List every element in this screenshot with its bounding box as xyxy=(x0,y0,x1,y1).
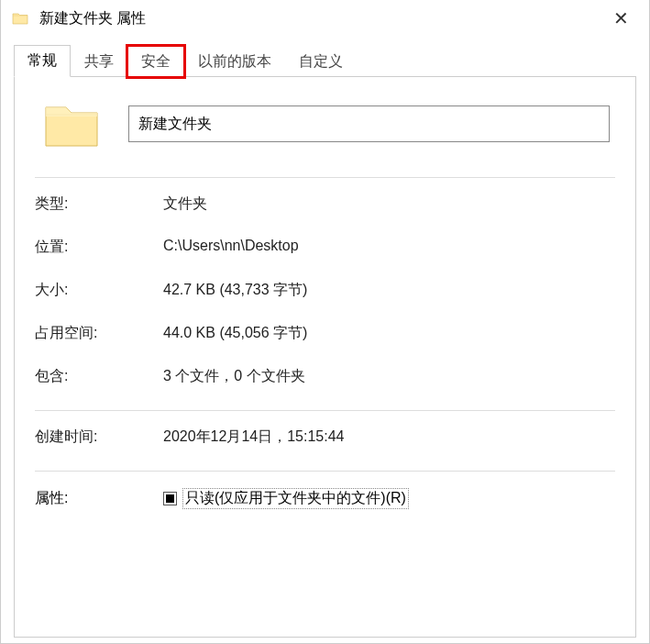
tabpanel-general: 类型: 文件夹 位置: C:\Users\nn\Desktop 大小: 42.7… xyxy=(14,76,636,638)
value-size-on-disk: 44.0 KB (45,056 字节) xyxy=(163,324,615,343)
label-created: 创建时间: xyxy=(35,427,163,447)
folder-name-input[interactable] xyxy=(128,105,610,142)
readonly-label: 只读(仅应用于文件夹中的文件)(R) xyxy=(182,488,409,509)
divider xyxy=(35,471,615,472)
value-size: 42.7 KB (43,733 字节) xyxy=(163,281,615,300)
tabstrip: 常规 共享 安全 以前的版本 自定义 xyxy=(14,44,636,77)
divider xyxy=(35,410,615,411)
row-created: 创建时间: 2020年12月14日，15:15:44 xyxy=(35,427,615,447)
tab-security[interactable]: 安全 xyxy=(127,46,184,77)
row-contains: 包含: 3 个文件，0 个文件夹 xyxy=(35,367,615,386)
tab-general[interactable]: 常规 xyxy=(14,45,71,77)
folder-icon-large xyxy=(42,96,101,151)
row-attributes: 属性: 只读(仅应用于文件夹中的文件)(R) xyxy=(35,488,615,509)
value-type: 文件夹 xyxy=(163,194,615,214)
close-icon: ✕ xyxy=(613,8,629,28)
label-type: 类型: xyxy=(35,194,163,214)
titlebar: 新建文件夹 属性 ✕ xyxy=(1,0,649,37)
checkbox-indeterminate-icon xyxy=(163,492,177,505)
row-location: 位置: C:\Users\nn\Desktop xyxy=(35,238,615,257)
tab-custom[interactable]: 自定义 xyxy=(285,46,357,77)
tab-share[interactable]: 共享 xyxy=(71,46,127,77)
folder-icon xyxy=(12,12,28,25)
window-title: 新建文件夹 属性 xyxy=(39,9,600,28)
readonly-checkbox-wrap[interactable]: 只读(仅应用于文件夹中的文件)(R) xyxy=(163,488,409,509)
close-button[interactable]: ✕ xyxy=(600,4,642,33)
label-size-on-disk: 占用空间: xyxy=(35,324,163,343)
value-created: 2020年12月14日，15:15:44 xyxy=(163,427,615,447)
label-location: 位置: xyxy=(35,238,163,257)
label-contains: 包含: xyxy=(35,367,163,386)
label-size: 大小: xyxy=(35,281,163,300)
client-area: 常规 共享 安全 以前的版本 自定义 类型: 文件夹 xyxy=(1,37,649,643)
divider xyxy=(35,177,615,178)
value-location: C:\Users\nn\Desktop xyxy=(163,238,615,257)
row-size: 大小: 42.7 KB (43,733 字节) xyxy=(35,281,615,300)
label-attributes: 属性: xyxy=(35,489,163,508)
row-size-on-disk: 占用空间: 44.0 KB (45,056 字节) xyxy=(35,324,615,343)
value-contains: 3 个文件，0 个文件夹 xyxy=(163,367,615,386)
header-row xyxy=(35,96,615,151)
tab-previous-versions[interactable]: 以前的版本 xyxy=(184,46,285,77)
properties-window: 新建文件夹 属性 ✕ 常规 共享 安全 以前的版本 自定义 xyxy=(0,0,650,644)
row-type: 类型: 文件夹 xyxy=(35,194,615,214)
